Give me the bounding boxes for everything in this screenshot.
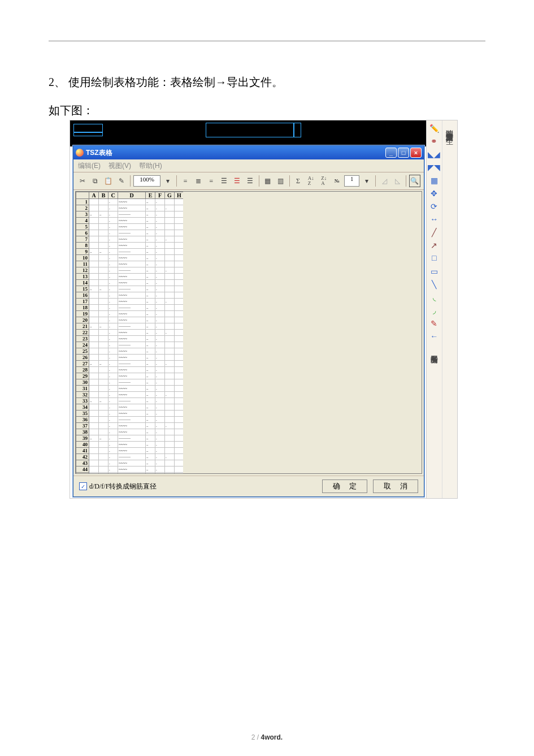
rail-label-1: 制读编: [446, 123, 454, 125]
cad-element: [206, 123, 294, 137]
trim-icon[interactable]: ╱: [428, 227, 440, 238]
array-icon[interactable]: ▦: [428, 175, 440, 186]
link-icon[interactable]: ⚭: [428, 136, 440, 147]
toolbar: ✂ ⧉ 📋 ✎ 100% ▾ ≡ ≣ ≡ ☰ ☰ ☰ ▦ ▥ Σ A↓Z: [73, 172, 424, 190]
figure-screenshot: TSZ表格 _ □ × 编辑(E) 视图(V) 帮助(H) ✂ ⧉ 📋 ✎ 10…: [70, 120, 458, 499]
triangle-b-icon[interactable]: ◺: [392, 175, 403, 187]
body-text: 2、 使用绘制表格功能：表格绘制→导出文件。 如下图：: [49, 68, 283, 124]
extend-icon[interactable]: ↗: [428, 240, 440, 251]
close-button[interactable]: ×: [410, 148, 422, 158]
ok-button[interactable]: 确 定: [322, 479, 367, 493]
scale-icon[interactable]: ↔: [428, 214, 440, 225]
align-top-icon[interactable]: ☰: [219, 175, 230, 187]
move-icon[interactable]: ✥: [428, 188, 440, 199]
rail-label-4: 居编平引断齐: [430, 349, 438, 351]
data-table[interactable]: ABCDEFGHI1.~~~~...2.~~~~....3.....———...…: [76, 192, 201, 474]
rebar-diameter-checkbox[interactable]: ✓ d/D/f/F转换成钢筋直径: [79, 482, 157, 491]
split-cells-icon[interactable]: ▥: [275, 175, 286, 187]
copy-icon[interactable]: ⧉: [90, 175, 101, 187]
edit-icon[interactable]: ✎: [428, 318, 440, 329]
zoom-input[interactable]: 100%: [133, 175, 161, 187]
cad-background: [70, 120, 426, 146]
chamfer-icon[interactable]: ╲: [428, 279, 440, 290]
minimize-button[interactable]: _: [385, 148, 397, 158]
page-total: 4word.: [261, 733, 283, 741]
mirror-icon[interactable]: ◣◢: [428, 149, 440, 160]
dialog-footer: ✓ d/D/f/F转换成钢筋直径 确 定 取 消: [73, 476, 424, 496]
align-right-icon[interactable]: ≡: [206, 175, 217, 187]
grid-empty-area: [183, 192, 422, 473]
window-title: TSZ表格: [86, 148, 112, 158]
instruction-line: 2、 使用绘制表格功能：表格绘制→导出文件。: [49, 68, 283, 96]
align-center-icon[interactable]: ≣: [193, 175, 204, 187]
cad-element: [293, 123, 301, 137]
fillet2-icon[interactable]: ◞: [428, 305, 440, 316]
page-number: 2: [251, 733, 255, 741]
zoom-dropdown-icon[interactable]: ▾: [162, 175, 173, 187]
menu-help[interactable]: 帮助(H): [139, 161, 162, 171]
maximize-button[interactable]: □: [398, 148, 409, 158]
title-bar[interactable]: TSZ表格 _ □ ×: [73, 146, 424, 159]
align-left-icon[interactable]: ≡: [180, 175, 191, 187]
page-footer: 2 / 4word.: [0, 733, 534, 741]
explode-icon[interactable]: ←: [428, 331, 440, 342]
align-bottom-icon[interactable]: ☰: [245, 175, 256, 187]
cancel-button[interactable]: 取 消: [373, 479, 418, 493]
rotate-icon[interactable]: ⟳: [428, 201, 440, 212]
draw-rect-icon[interactable]: ▭: [428, 266, 440, 277]
brush-icon[interactable]: ✏️: [428, 123, 440, 134]
menu-bar: 编辑(E) 视图(V) 帮助(H): [73, 159, 424, 172]
spreadsheet-grid[interactable]: ABCDEFGHI1.~~~~...2.~~~~....3.....———...…: [75, 191, 422, 474]
rail-label-2: 格写增增数数文文: [446, 127, 454, 129]
checkbox-icon: ✓: [79, 482, 87, 490]
sort-asc-icon[interactable]: A↓Z: [305, 175, 316, 187]
dropdown-icon[interactable]: ▾: [361, 175, 372, 187]
merge-cells-icon[interactable]: ▦: [262, 175, 273, 187]
triangle-a-icon[interactable]: ◿: [379, 175, 390, 187]
checkbox-label: d/D/f/F转换成钢筋直径: [89, 482, 157, 491]
app-icon: [76, 149, 84, 157]
menu-view[interactable]: 视图(V): [108, 161, 131, 171]
break-icon[interactable]: □: [428, 253, 440, 264]
sum-icon[interactable]: Σ: [292, 175, 303, 187]
fillet1-icon[interactable]: ◟: [428, 292, 440, 303]
cut-icon[interactable]: ✂: [77, 175, 88, 187]
dialog-window: TSZ表格 _ □ × 编辑(E) 视图(V) 帮助(H) ✂ ⧉ 📋 ✎ 10…: [73, 145, 424, 497]
align-middle-icon[interactable]: ☰: [232, 175, 243, 187]
format-painter-icon[interactable]: ✎: [116, 175, 127, 187]
preview-icon[interactable]: 🔍: [409, 175, 420, 187]
header-rule: [49, 41, 485, 41]
cad-element: [73, 132, 103, 136]
rail-label-3: 生: [446, 131, 454, 133]
sort-desc-icon[interactable]: Z↓A: [318, 175, 329, 187]
flip-icon[interactable]: ◤◥: [428, 162, 440, 173]
paste-icon[interactable]: 📋: [103, 175, 114, 187]
numbering-icon[interactable]: №: [331, 175, 342, 187]
number-select[interactable]: 1: [344, 175, 359, 187]
menu-edit[interactable]: 编辑(E): [78, 161, 101, 171]
side-toolbar: ✏️ ⚭ ◣◢ ◤◥ ▦ ✥ ⟳ ↔ ╱ ↗ □ ▭ ╲ ◟ ◞ ✎ ← 居编平…: [426, 120, 457, 498]
